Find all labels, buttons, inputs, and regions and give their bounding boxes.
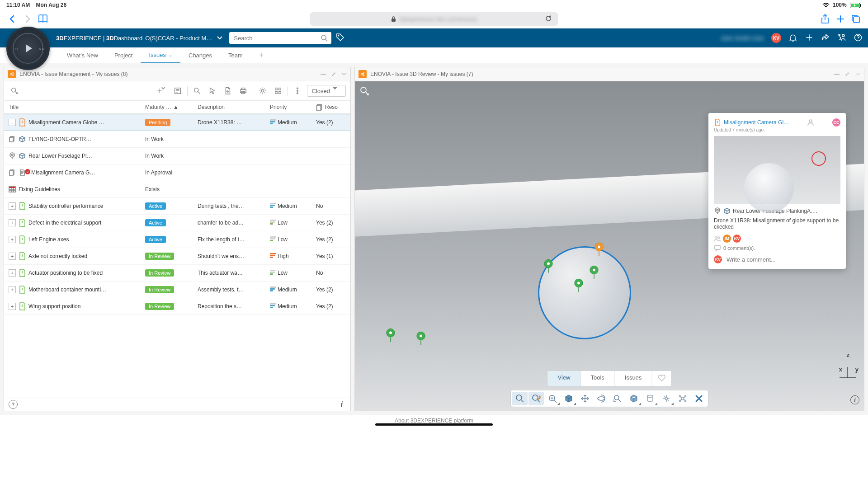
viewport-search-icon[interactable] xyxy=(359,86,369,97)
issue-row[interactable]: +Motherboard container mounti… In Review… xyxy=(4,282,350,298)
compass-button[interactable]: 3DV.R xyxy=(6,27,50,70)
export-icon[interactable] xyxy=(222,85,234,97)
view-tab-view[interactable]: View xyxy=(548,371,581,386)
add-icon[interactable] xyxy=(805,33,814,43)
panel-minimize-icon[interactable]: — xyxy=(321,71,326,77)
tag-icon[interactable] xyxy=(336,33,345,43)
3d-viewport[interactable]: Misalignment Camera Gl… CC Updated 7 min… xyxy=(355,81,864,411)
comment-input[interactable] xyxy=(726,256,840,263)
nav-tab-changes[interactable]: Changes xyxy=(180,47,220,63)
issue-row[interactable]: +Axle not correctly locked In Review Sho… xyxy=(4,248,350,265)
expander-icon[interactable]: + xyxy=(9,269,16,277)
panel-menu-icon[interactable] xyxy=(341,71,347,77)
col-title[interactable]: Title xyxy=(4,104,142,110)
expander-icon[interactable]: + xyxy=(9,236,16,243)
card-thumbnail[interactable] xyxy=(714,136,840,204)
tool-pick[interactable] xyxy=(659,392,674,405)
issue-child-row[interactable]: Fixing Guidelines Exists xyxy=(4,181,350,198)
issue-row[interactable]: +Wing support position In Review Reposit… xyxy=(4,298,350,315)
expander-icon[interactable]: - xyxy=(9,119,16,126)
expander-icon[interactable]: + xyxy=(9,253,16,260)
tool-section[interactable] xyxy=(642,392,658,405)
card-title[interactable]: Misalignment Camera Gl… xyxy=(724,119,789,126)
explore-icon[interactable] xyxy=(9,85,20,97)
svg-rect-14 xyxy=(241,88,245,90)
tool-cube-view[interactable] xyxy=(561,392,576,405)
tool-rotate[interactable] xyxy=(594,392,609,405)
share-forward-icon[interactable] xyxy=(821,33,830,43)
header-search-input[interactable] xyxy=(233,34,321,42)
panel-menu-icon[interactable] xyxy=(855,71,860,77)
col-maturity[interactable]: Maturity … ▲ xyxy=(142,104,195,110)
card-subtitle: Updated 7 minute(s) ago. xyxy=(714,127,840,132)
tool-close[interactable] xyxy=(691,392,707,405)
browser-newtab-button[interactable] xyxy=(833,12,848,26)
nav-tab-team[interactable]: Team xyxy=(220,47,251,63)
svg-point-34 xyxy=(547,262,550,265)
tool-zoom-pin[interactable] xyxy=(528,392,544,405)
issue-child-row[interactable]: 2Misalignment Camera G… In Approval xyxy=(4,164,350,181)
expander-icon[interactable]: + xyxy=(9,303,16,310)
find-icon[interactable] xyxy=(191,85,203,97)
issue-child-row[interactable]: Rear Lower Fuselage Pl… In Work xyxy=(4,148,350,164)
panel-expand-icon[interactable]: ⤢ xyxy=(331,71,336,77)
col-resolution[interactable]: Reso xyxy=(313,103,350,111)
panel-minimize-icon[interactable]: — xyxy=(834,71,840,77)
tool-zoom-area[interactable] xyxy=(545,392,560,405)
nav-tab-what-s-new[interactable]: What's New xyxy=(59,47,106,63)
user-avatar[interactable]: KV xyxy=(771,33,781,43)
browser-forward-button[interactable] xyxy=(20,12,35,26)
tool-isometric[interactable] xyxy=(626,392,642,405)
filter-dropdown[interactable]: Closed xyxy=(307,85,346,97)
issue-row[interactable]: +Actuator positioning to be fixed In Rev… xyxy=(4,265,350,282)
svg-rect-32 xyxy=(9,187,15,188)
add-new-button[interactable] xyxy=(156,85,168,97)
issue-row[interactable]: -Misalignment Camera Globe … Pending Dro… xyxy=(4,114,350,131)
view-tab-issues[interactable]: Issues xyxy=(615,371,652,386)
browser-share-button[interactable] xyxy=(817,12,833,26)
nav-tab-issues[interactable]: Issues⌄ xyxy=(141,47,180,63)
breadcrumb-chevron-icon[interactable] xyxy=(217,35,223,42)
issue-child-row[interactable]: FLYING-DRONE-OPTR… In Work xyxy=(4,131,350,148)
settings-icon[interactable] xyxy=(257,85,269,97)
col-description[interactable]: Description xyxy=(195,104,267,110)
print-icon[interactable] xyxy=(237,85,249,97)
expander-icon[interactable]: + xyxy=(9,286,16,293)
issue-row[interactable]: +Left Engine axes Active Fix the length … xyxy=(4,231,350,248)
grid-view-icon[interactable] xyxy=(272,85,284,97)
breadcrumb[interactable]: O(S)CCAR - Product M… xyxy=(145,35,212,42)
issue-row[interactable]: +Defect in the electrical support Active… xyxy=(4,215,350,231)
browser-reload-button[interactable] xyxy=(545,15,555,23)
help-footer-icon[interactable]: ? xyxy=(9,400,18,409)
tool-zoom-fit[interactable] xyxy=(512,392,528,405)
nav-tab-project[interactable]: Project xyxy=(106,47,141,63)
more-icon[interactable] xyxy=(292,85,303,97)
card-description: Drone X11R38: Misalignment of globe supp… xyxy=(714,217,840,230)
tool-move[interactable] xyxy=(577,392,593,405)
about-link[interactable]: About 3DEXPERIENCE platform xyxy=(395,418,473,424)
tool-explode[interactable] xyxy=(675,392,690,405)
col-priority[interactable]: Priority xyxy=(267,104,313,110)
expander-icon[interactable]: + xyxy=(9,202,16,210)
browser-tabs-button[interactable] xyxy=(848,12,863,26)
tool-zoom-window[interactable] xyxy=(610,392,625,405)
contacts-icon[interactable] xyxy=(837,33,846,43)
status-date: Mon Aug 26 xyxy=(36,2,67,8)
properties-icon[interactable] xyxy=(172,85,184,97)
select-icon[interactable] xyxy=(207,85,218,97)
expander-icon[interactable]: + xyxy=(9,219,16,226)
viewport-info-icon[interactable]: i xyxy=(850,395,859,404)
search-icon xyxy=(321,34,328,42)
notification-icon[interactable] xyxy=(788,33,797,43)
panel-expand-icon[interactable]: ⤢ xyxy=(845,71,849,77)
browser-back-button[interactable] xyxy=(5,12,20,26)
browser-url-bar[interactable]: 3dexperience.3ds.com/enovia xyxy=(310,12,558,26)
nav-tab-add[interactable]: + xyxy=(251,47,272,63)
view-tab-tools[interactable]: Tools xyxy=(581,371,615,386)
favorite-icon[interactable] xyxy=(652,371,671,386)
header-search[interactable] xyxy=(229,32,331,44)
browser-reader-button[interactable] xyxy=(35,12,51,26)
info-footer-icon[interactable]: i xyxy=(338,400,346,408)
help-icon[interactable] xyxy=(854,33,863,43)
issue-row[interactable]: +Stability controller performance Active… xyxy=(4,198,350,215)
